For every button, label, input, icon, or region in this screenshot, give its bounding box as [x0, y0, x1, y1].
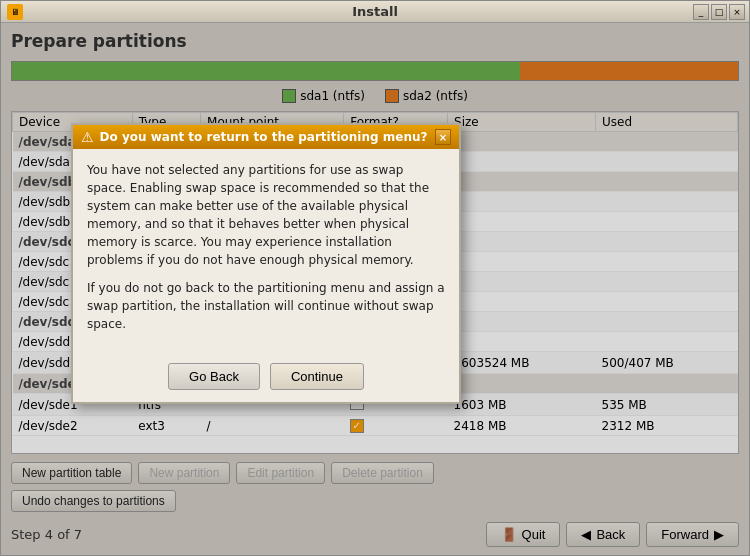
- window-title: Install: [352, 4, 398, 19]
- swap-warning-dialog: ⚠ Do you want to return to the partition…: [71, 123, 461, 404]
- modal-title: ⚠ Do you want to return to the partition…: [81, 129, 427, 145]
- minimize-button[interactable]: _: [693, 4, 709, 20]
- maximize-button[interactable]: □: [711, 4, 727, 20]
- close-button[interactable]: ×: [729, 4, 745, 20]
- modal-body-p1: You have not selected any partitions for…: [87, 161, 445, 269]
- titlebar: 🖥 Install _ □ ×: [1, 1, 749, 23]
- modal-titlebar: ⚠ Do you want to return to the partition…: [73, 125, 459, 149]
- content-area: Prepare partitions sda1 (ntfs) sda2 (ntf…: [1, 23, 749, 555]
- modal-body-p2: If you do not go back to the partitionin…: [87, 279, 445, 333]
- warning-icon: ⚠: [81, 129, 94, 145]
- modal-close-button[interactable]: ×: [435, 129, 451, 145]
- modal-title-text: Do you want to return to the partitionin…: [100, 130, 428, 144]
- modal-actions: Go Back Continue: [73, 355, 459, 402]
- go-back-button[interactable]: Go Back: [168, 363, 260, 390]
- modal-body: You have not selected any partitions for…: [73, 149, 459, 355]
- titlebar-buttons: _ □ ×: [693, 4, 745, 20]
- modal-overlay: ⚠ Do you want to return to the partition…: [1, 23, 749, 555]
- window-icon: 🖥: [7, 4, 23, 20]
- main-window: 🖥 Install _ □ × Prepare partitions sda1 …: [0, 0, 750, 556]
- continue-button[interactable]: Continue: [270, 363, 364, 390]
